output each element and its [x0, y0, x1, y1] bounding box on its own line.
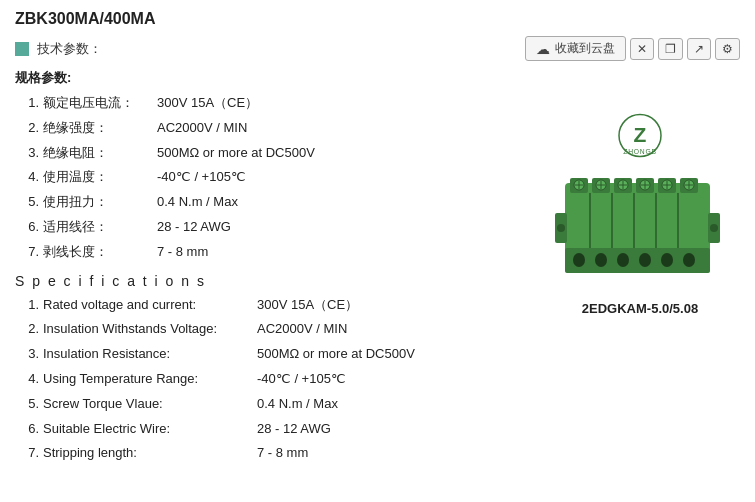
item-key: 使用扭力： — [43, 192, 153, 213]
svg-point-34 — [683, 253, 695, 267]
x-icon: ✕ — [637, 42, 647, 56]
item-val: 0.4 N.m / Max — [257, 394, 338, 415]
specifications-title: S p e c i f i c a t i o n s — [15, 273, 530, 289]
item-key: 绝缘电阻： — [43, 143, 153, 164]
item-key: Stripping length: — [43, 443, 253, 464]
save-to-cloud-button[interactable]: ☁ 收藏到云盘 — [525, 36, 626, 61]
item-num: 5. — [15, 394, 39, 415]
item-key: 使用温度： — [43, 167, 153, 188]
copy-icon-button[interactable]: ❐ — [658, 38, 683, 60]
tech-params-label: 技术参数： — [37, 40, 102, 58]
item-key: Using Temperature Range: — [43, 369, 253, 390]
gear-icon: ⚙ — [722, 42, 733, 56]
close-icon-button[interactable]: ✕ — [630, 38, 654, 60]
copy-icon: ❐ — [665, 42, 676, 56]
svg-point-36 — [557, 224, 565, 232]
item-val: 500MΩ or more at DC500V — [257, 344, 415, 365]
list-item: 7.剥线长度：7 - 8 mm — [15, 242, 530, 263]
page-title: ZBK300MA/400MA — [15, 10, 740, 28]
item-val: 28 - 12 AWG — [157, 217, 231, 238]
item-key: Insulation Resistance: — [43, 344, 253, 365]
share-icon: ↗ — [694, 42, 704, 56]
product-label: 2EDGKAM-5.0/5.08 — [582, 301, 698, 316]
list-item: 4.使用温度：-40℃ / +105℃ — [15, 167, 530, 188]
cloud-btn-label: 收藏到云盘 — [555, 40, 615, 57]
item-num: 1. — [15, 93, 39, 114]
item-num: 5. — [15, 192, 39, 213]
zhongb-logo: Z ZHONGB — [610, 113, 670, 158]
list-item: 1.额定电压电流：300V 15A（CE） — [15, 93, 530, 114]
item-val: AC2000V / MIN — [157, 118, 247, 139]
svg-point-33 — [661, 253, 673, 267]
item-num: 6. — [15, 419, 39, 440]
svg-text:Z: Z — [634, 123, 647, 146]
svg-point-31 — [617, 253, 629, 267]
item-num: 2. — [15, 118, 39, 139]
share-icon-button[interactable]: ↗ — [687, 38, 711, 60]
svg-point-38 — [710, 224, 718, 232]
item-key: 绝缘强度： — [43, 118, 153, 139]
item-key: 额定电压电流： — [43, 93, 153, 114]
item-num: 3. — [15, 143, 39, 164]
list-item: 2.Insulation Withstands Voltage:AC2000V … — [15, 319, 530, 340]
list-item: 3.Insulation Resistance:500MΩ or more at… — [15, 344, 530, 365]
item-val: 7 - 8 mm — [257, 443, 308, 464]
item-num: 4. — [15, 167, 39, 188]
params-icon — [15, 42, 29, 56]
section-header: 规格参数: — [15, 69, 740, 87]
item-num: 2. — [15, 319, 39, 340]
product-image — [555, 163, 725, 293]
svg-text:ZHONGB: ZHONGB — [623, 148, 656, 155]
svg-point-29 — [573, 253, 585, 267]
item-key: Suitable Electric Wire: — [43, 419, 253, 440]
chinese-spec-list: 1.额定电压电流：300V 15A（CE）2.绝缘强度：AC2000V / MI… — [15, 93, 530, 263]
specs-column: 1.额定电压电流：300V 15A（CE）2.绝缘强度：AC2000V / MI… — [15, 93, 530, 474]
item-num: 7. — [15, 443, 39, 464]
item-val: -40℃ / +105℃ — [157, 167, 246, 188]
item-num: 3. — [15, 344, 39, 365]
svg-point-32 — [639, 253, 651, 267]
list-item: 1.Rated voltage and current:300V 15A（CE） — [15, 295, 530, 316]
english-spec-list: 1.Rated voltage and current:300V 15A（CE）… — [15, 295, 530, 465]
item-key: Insulation Withstands Voltage: — [43, 319, 253, 340]
item-num: 1. — [15, 295, 39, 316]
item-val: 300V 15A（CE） — [257, 295, 358, 316]
list-item: 2.绝缘强度：AC2000V / MIN — [15, 118, 530, 139]
item-val: AC2000V / MIN — [257, 319, 347, 340]
list-item: 7.Stripping length:7 - 8 mm — [15, 443, 530, 464]
item-key: 适用线径： — [43, 217, 153, 238]
product-image-column: Z ZHONGB — [540, 93, 740, 474]
item-key: 剥线长度： — [43, 242, 153, 263]
list-item: 4.Using Temperature Range:-40℃ / +105℃ — [15, 369, 530, 390]
item-val: 7 - 8 mm — [157, 242, 208, 263]
item-val: 500MΩ or more at DC500V — [157, 143, 315, 164]
list-item: 5.Screw Torque Vlaue:0.4 N.m / Max — [15, 394, 530, 415]
item-num: 6. — [15, 217, 39, 238]
item-key: Rated voltage and current: — [43, 295, 253, 316]
settings-icon-button[interactable]: ⚙ — [715, 38, 740, 60]
svg-point-30 — [595, 253, 607, 267]
item-num: 4. — [15, 369, 39, 390]
list-item: 6.适用线径：28 - 12 AWG — [15, 217, 530, 238]
list-item: 5.使用扭力：0.4 N.m / Max — [15, 192, 530, 213]
item-val: -40℃ / +105℃ — [257, 369, 346, 390]
item-val: 0.4 N.m / Max — [157, 192, 238, 213]
item-num: 7. — [15, 242, 39, 263]
cloud-icon: ☁ — [536, 41, 550, 57]
list-item: 6.Suitable Electric Wire:28 - 12 AWG — [15, 419, 530, 440]
item-key: Screw Torque Vlaue: — [43, 394, 253, 415]
list-item: 3.绝缘电阻：500MΩ or more at DC500V — [15, 143, 530, 164]
item-val: 28 - 12 AWG — [257, 419, 331, 440]
item-val: 300V 15A（CE） — [157, 93, 258, 114]
tech-params-section: 技术参数： — [15, 40, 102, 58]
